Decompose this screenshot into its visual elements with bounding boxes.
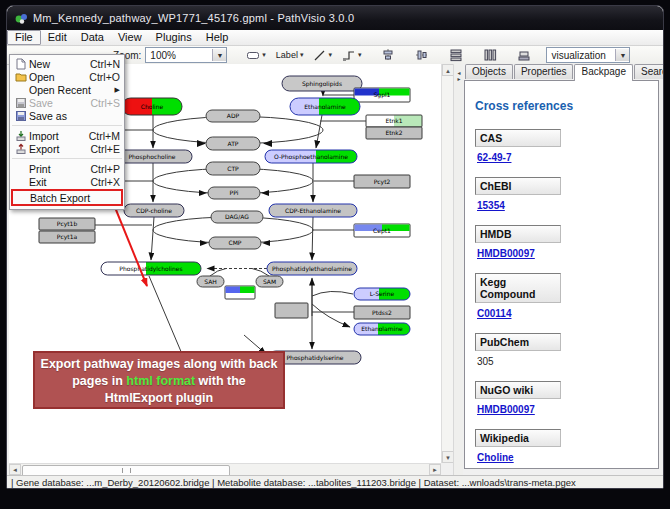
chevron-down-icon[interactable]: ▼: [212, 49, 226, 61]
menubar-item-view[interactable]: View: [111, 31, 149, 44]
xref-database-header: PubChem: [475, 333, 561, 351]
pathway-node-dag-ag[interactable]: DAG/AG: [211, 211, 263, 223]
menubar-item-help[interactable]: Help: [199, 31, 236, 44]
pathway-node-sah[interactable]: SAH: [197, 276, 224, 287]
distribute-horizontal-button[interactable]: [480, 47, 500, 64]
file-menu-item-export[interactable]: ExportCtrl+E: [10, 142, 124, 155]
scroll-right-icon[interactable]: ►: [429, 464, 441, 475]
screenshot-root: { "window": { "title": "Mm_Kennedy_pathw…: [0, 0, 670, 509]
svg-text:O-Phosphoethanolamine: O-Phosphoethanolamine: [274, 153, 348, 161]
align-center-x-icon: [381, 48, 395, 62]
scroll-left-icon[interactable]: ◄: [9, 464, 21, 475]
xref-link[interactable]: HMDB00097: [477, 404, 535, 415]
new-datanode-button[interactable]: ▾: [243, 47, 269, 64]
file-menu-item-open-recent[interactable]: Open Recent▶: [10, 83, 124, 96]
pathway-node-ppi[interactable]: PPi: [208, 187, 260, 199]
tab-properties[interactable]: Properties: [514, 64, 574, 79]
menu-bar: FileEditDataViewPluginsHelp: [7, 30, 663, 46]
pathway-node-ptdss2[interactable]: Ptdss2: [354, 306, 410, 319]
chevron-down-icon[interactable]: ▾: [358, 51, 362, 59]
title-bar[interactable]: Mm_Kennedy_pathway_WP1771_45176.gpml - P…: [7, 6, 663, 30]
pathway-node-pcyt1a[interactable]: Pcyt1a: [39, 231, 95, 243]
xref-database-header: NuGO wiki: [475, 381, 561, 399]
xref-link[interactable]: 62-49-7: [477, 152, 511, 163]
distribute-vertical-button[interactable]: [446, 47, 466, 64]
menubar-item-edit[interactable]: Edit: [41, 31, 74, 44]
align-center-y-button[interactable]: [412, 47, 432, 64]
svg-text:CTP: CTP: [227, 165, 239, 172]
xref-link[interactable]: Choline: [477, 452, 514, 463]
pathway-node-cmp[interactable]: CMP: [209, 237, 261, 249]
xref-link[interactable]: 15354: [477, 200, 505, 211]
svg-text:CDP-Ethanolamine: CDP-Ethanolamine: [285, 207, 341, 214]
align-center-x-button[interactable]: [378, 47, 398, 64]
file-menu-item-save[interactable]: SaveCtrl+S: [10, 96, 124, 109]
pathway-node-sam[interactable]: SAM: [256, 276, 283, 287]
window-title: Mm_Kennedy_pathway_WP1771_45176.gpml - P…: [33, 12, 354, 24]
chevron-down-icon[interactable]: ▾: [262, 51, 266, 59]
pathway-node-ctp[interactable]: CTP: [206, 162, 260, 175]
menu-item-label: Export: [29, 143, 59, 155]
xref-link[interactable]: C00114: [477, 308, 511, 319]
pathway-node-phosphatidylcholines[interactable]: Phosphatidylcholines: [101, 262, 201, 275]
file-menu-item-print[interactable]: PrintCtrl+P: [10, 162, 124, 175]
zoom-combobox[interactable]: 100% ▼: [145, 47, 227, 63]
new-line-button[interactable]: ▾: [310, 47, 335, 64]
export-icon: [12, 143, 29, 155]
pathway-node-cdp-choline[interactable]: CDP-choline: [124, 204, 184, 217]
app-icon: [15, 12, 28, 25]
tab-backpage[interactable]: Backpage: [574, 64, 632, 81]
pathway-node-choline-top[interactable]: Choline: [122, 98, 182, 115]
pathway-node-sgpl1[interactable]: Sgpl1: [354, 88, 410, 102]
pathway-node-ethanolamine-bottom[interactable]: Ethanolamine: [354, 323, 410, 335]
file-menu-item-new[interactable]: NewCtrl+N: [10, 57, 124, 70]
pathway-node-cept1[interactable]: Cept1: [354, 224, 410, 237]
xref-section-pubchem: PubChem305: [475, 333, 648, 369]
chevron-down-icon[interactable]: ▼: [615, 49, 629, 61]
pathway-node-o-phosphoethanolamine[interactable]: O-Phosphoethanolamine: [265, 150, 357, 163]
svg-text:Sphingolipids: Sphingolipids: [302, 80, 342, 88]
xref-link[interactable]: HMDB00097: [477, 248, 535, 259]
xref-section-cas: CAS62-49-7: [475, 129, 648, 165]
file-menu-item-exit[interactable]: ExitCtrl+X: [10, 175, 124, 188]
file-menu-item-batch-export[interactable]: Batch Export: [11, 189, 123, 206]
pathway-node-phosphatidylethanolamine[interactable]: Phosphatidylethanolamine: [267, 262, 357, 275]
menu-item-label: Open Recent: [29, 84, 91, 96]
menu-item-shortcut: Ctrl+P: [91, 163, 120, 175]
pathway-node-atp[interactable]: ATP: [206, 137, 260, 150]
file-menu-item-open[interactable]: OpenCtrl+O: [10, 70, 124, 83]
svg-text:Phosphatidylethanolamine: Phosphatidylethanolamine: [272, 265, 352, 273]
tab-search[interactable]: Search: [634, 64, 664, 79]
menu-icon-blank: [13, 192, 30, 204]
pathway-node-gene-box-partial-1[interactable]: [225, 286, 255, 299]
pathway-node-pcyt2[interactable]: Pcyt2: [354, 175, 410, 188]
file-menu-item-import[interactable]: ImportCtrl+M: [10, 129, 124, 142]
new-connector-button[interactable]: ▾: [339, 47, 365, 64]
menubar-item-file[interactable]: File: [7, 30, 41, 45]
pathway-node-gene-box-partial-2[interactable]: [275, 303, 308, 318]
menubar-item-data[interactable]: Data: [74, 31, 111, 44]
distribute-vertical-icon: [449, 48, 463, 62]
pathway-node-etnk1[interactable]: Etnk1: [366, 115, 422, 127]
menubar-item-plugins[interactable]: Plugins: [149, 31, 199, 44]
pathway-node-sphingolipids[interactable]: Sphingolipids: [282, 76, 362, 91]
pathway-node-l-serine[interactable]: L-Serine: [354, 288, 410, 300]
chevron-down-icon[interactable]: ▾: [328, 51, 332, 59]
file-menu-item-save-as[interactable]: Save as: [10, 109, 124, 122]
side-panel: ObjectsPropertiesBackpageSearchLegend Cr…: [463, 64, 663, 475]
chevron-down-icon[interactable]: ▾: [300, 51, 304, 59]
pathway-node-cdp-ethanolamine[interactable]: CDP-Ethanolamine: [269, 204, 357, 217]
svg-text:Ptdss2: Ptdss2: [372, 309, 392, 316]
cross-references-heading: Cross references: [475, 99, 648, 113]
pathway-node-adp[interactable]: ADP: [206, 110, 260, 122]
pathway-node-ethanolamine-top[interactable]: Ethanolamine: [290, 98, 360, 115]
svg-text:Phosphocholine: Phosphocholine: [128, 153, 175, 161]
visualization-combobox[interactable]: visualization ▼: [546, 47, 630, 63]
common-size-button[interactable]: [514, 47, 534, 64]
tab-objects[interactable]: Objects: [465, 64, 513, 79]
file-menu-popup: NewCtrl+NOpenCtrl+OOpen Recent▶SaveCtrl+…: [9, 54, 125, 210]
new-label-button[interactable]: Label ▾: [273, 47, 307, 64]
pathway-node-pcyt1b[interactable]: Pcyt1b: [39, 218, 95, 230]
pathway-node-etnk2[interactable]: Etnk2: [366, 127, 422, 139]
xref-database-header: Kegg Compound: [475, 273, 561, 303]
